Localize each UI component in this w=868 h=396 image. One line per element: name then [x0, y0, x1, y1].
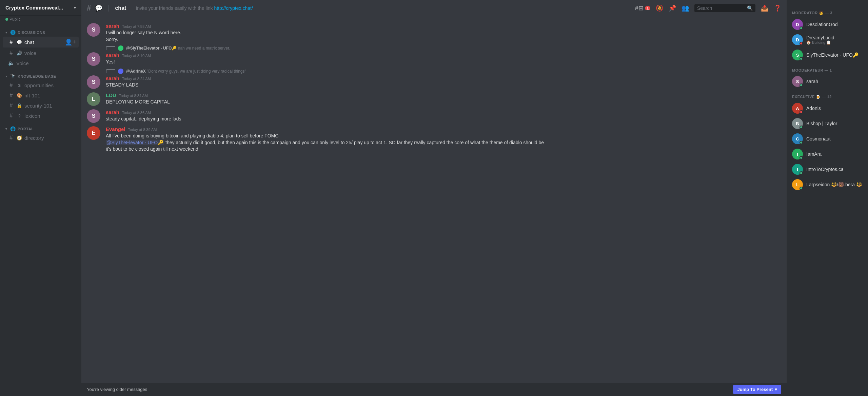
sidebar-directory-label: directory — [24, 135, 44, 141]
server-header[interactable]: Cryptex Commonweal... ▾ — [0, 0, 81, 16]
search-bar[interactable]: 🔍 — [694, 4, 755, 12]
discussions-section-header: ▾ 🌐 DISCUSSIONS — [0, 24, 81, 36]
bottom-bar: You're viewing older messages Jump To Pr… — [81, 383, 787, 396]
message-timestamp: Today at 8:24 AM — [122, 77, 151, 81]
reply-avatar — [118, 69, 123, 74]
member-item[interactable]: CCosmonaut — [789, 131, 865, 146]
channels-button[interactable]: #⊞ 1 — [635, 4, 650, 12]
message-group: SsarahToday at 8:24 AMSTEADY LADS — [81, 74, 787, 90]
member-item[interactable]: BBishop | Taylor — [789, 116, 865, 131]
sidebar-item-directory[interactable]: # 🧭 directory — [3, 133, 79, 143]
member-avatar-wrapper: D — [792, 34, 803, 45]
member-name-wrap: Adonis — [806, 106, 821, 111]
sidebar-item-voice-text[interactable]: # 🔊 voice — [3, 48, 79, 58]
message-timestamp: Today at 8:10 AM — [122, 54, 151, 58]
member-name: IntroToCryptos.ca — [806, 167, 844, 172]
member-avatar-wrapper: L — [792, 179, 803, 190]
member-status-dot — [800, 110, 803, 114]
avatar: S — [87, 75, 100, 89]
reply-preview: @SlyTheElevator - UFO🔑 nah we need a mat… — [81, 45, 787, 51]
sidebar-item-nft101[interactable]: # 🎨 nft-101 — [3, 91, 79, 100]
member-avatar-wrapper: I — [792, 164, 803, 175]
member-item[interactable]: LLarpseidon 🔱/🐻.bera 🔱 — [789, 177, 865, 192]
message-author[interactable]: sarah — [106, 109, 119, 115]
sidebar-item-lexicon[interactable]: # ? lexicon — [3, 111, 79, 120]
sidebar-item-voice-channel[interactable]: 🔈 Voice — [3, 58, 79, 68]
jump-to-present-button[interactable]: Jump To Present ▾ — [733, 385, 781, 394]
message-author[interactable]: LDD — [106, 92, 116, 98]
message-group: EEvangelToday at 8:39 AMAll I've been do… — [81, 125, 787, 154]
message-header: EvangelToday at 8:39 AM — [106, 126, 781, 132]
message-header: sarahToday at 8:10 AM — [106, 52, 781, 58]
topbar: # 💬 | chat Invite your friends easily wi… — [81, 0, 787, 16]
sidebar-item-chat[interactable]: # 💬 chat 👤+ — [3, 37, 79, 48]
member-status-dot — [800, 141, 803, 144]
bubble-icon: 💬 — [16, 40, 22, 45]
member-status-dot — [800, 187, 803, 190]
reply-line-icon — [106, 46, 115, 50]
member-status-dot — [800, 171, 803, 175]
member-sub-text: 🏠 Building 📋 — [806, 40, 834, 45]
member-status-dot — [800, 126, 803, 129]
chevron-down-icon-3: ▾ — [5, 127, 7, 131]
member-item[interactable]: SSlyTheElevator - UFO🔑 — [789, 48, 865, 62]
member-status-dot — [800, 57, 803, 60]
member-name: sarah — [806, 79, 818, 84]
speaker-icon: 🔈 — [8, 60, 14, 66]
member-section-executive: EXECUTIVE 🍺 — 12 — [789, 89, 865, 100]
member-item[interactable]: IIntroToCryptos.ca — [789, 162, 865, 177]
message-text: @SlyTheElevator - UFO🔑 they actually did… — [106, 139, 781, 146]
members-button[interactable]: 👥 — [682, 4, 689, 12]
topbar-invite-text: Invite your friends easily with the link… — [136, 5, 253, 11]
topbar-bubble-icon: 💬 — [95, 4, 102, 12]
message-content: LDDToday at 8:34 AMDEPLOYING MORE CAPITA… — [106, 92, 781, 106]
portal-section-header: ▾ 🌐 PORTAL — [0, 121, 81, 133]
member-name: Adonis — [806, 106, 821, 111]
messages-area[interactable]: SsarahToday at 7:58 AMI will no longer s… — [81, 16, 787, 383]
member-status-dot — [800, 26, 803, 30]
help-button[interactable]: ❓ — [774, 4, 781, 12]
mute-button[interactable]: 🔕 — [656, 4, 663, 12]
member-name-wrap: DreamyLucid🏠 Building 📋 — [806, 35, 834, 45]
reply-preview: @AdrineX "Dont worry guys, we are just d… — [81, 68, 787, 74]
member-status-dot — [800, 156, 803, 159]
message-header: sarahToday at 8:24 AM — [106, 75, 781, 81]
knowledge-base-section-header: ▾ 🔭 KNOWLEDGE BASE — [0, 68, 81, 80]
help-icon: ❓ — [774, 4, 781, 12]
message-author[interactable]: sarah — [106, 23, 119, 29]
inbox-button[interactable]: 📥 — [761, 4, 768, 12]
hash-icon-sec: # — [8, 102, 14, 109]
search-input[interactable] — [697, 5, 745, 11]
invite-link[interactable]: http://cryptex.chat/ — [214, 5, 253, 11]
sidebar-item-security101[interactable]: # 🔒 security-101 — [3, 101, 79, 110]
member-status-dot — [800, 42, 803, 45]
mention[interactable]: @SlyTheElevator - UFO🔑 — [106, 140, 164, 145]
status-dot-icon — [5, 18, 8, 21]
reply-text: @SlyTheElevator - UFO🔑 nah we need a mat… — [126, 46, 230, 51]
member-name: IamAra — [806, 151, 822, 157]
question-icon: ? — [16, 113, 22, 118]
main-area: # 💬 | chat Invite your friends easily wi… — [81, 0, 787, 396]
member-item[interactable]: Ssarah — [789, 74, 865, 89]
portal-icon: 🌐 — [10, 126, 16, 131]
message-content: sarahToday at 7:58 AMI will no longer sa… — [106, 23, 781, 43]
lock-icon: 🔒 — [16, 103, 22, 108]
sidebar-item-opportunities[interactable]: # $ opportunities — [3, 80, 79, 90]
member-name-wrap: DesolationGod — [806, 22, 838, 27]
message-author[interactable]: sarah — [106, 75, 119, 81]
add-member-icon[interactable]: 👤+ — [65, 38, 76, 46]
member-item[interactable]: IIamAra — [789, 147, 865, 162]
member-item[interactable]: DDreamyLucid🏠 Building 📋 — [789, 32, 865, 47]
pin-button[interactable]: 📌 — [669, 4, 676, 12]
chevron-down-icon-2: ▾ — [5, 75, 7, 78]
member-avatar-wrapper: D — [792, 19, 803, 30]
member-name: SlyTheElevator - UFO🔑 — [806, 52, 859, 58]
message-author[interactable]: sarah — [106, 52, 119, 58]
message-text: DEPLOYING MORE CAPITAL — [106, 99, 781, 106]
member-item[interactable]: DDesolationGod — [789, 17, 865, 32]
message-timestamp: Today at 8:39 AM — [128, 128, 157, 132]
message-author[interactable]: Evangel — [106, 126, 125, 132]
message-group: SsarahToday at 7:58 AMI will no longer s… — [81, 22, 787, 44]
member-item[interactable]: AAdonis — [789, 101, 865, 116]
message-text: All I've been doing is buying bitcoin an… — [106, 133, 781, 139]
